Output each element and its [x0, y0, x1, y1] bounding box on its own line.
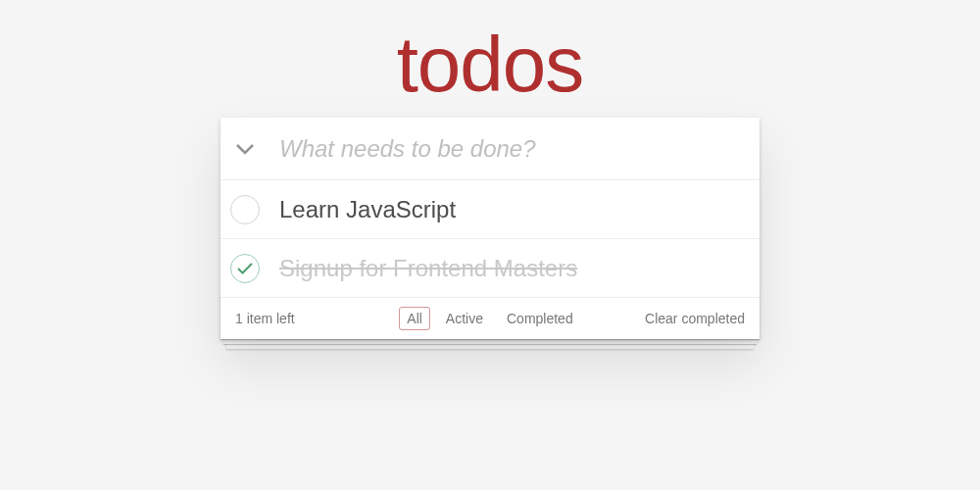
app-title: todos — [397, 20, 584, 110]
toggle-all-button[interactable] — [220, 143, 270, 155]
filter-active[interactable]: Active — [438, 307, 491, 330]
toggle-checkbox[interactable] — [220, 239, 270, 297]
todo-label[interactable]: Learn JavaScript — [270, 196, 760, 223]
filter-all[interactable]: All — [399, 307, 430, 330]
check-icon — [236, 262, 254, 275]
clear-completed-button[interactable]: Clear completed — [645, 311, 745, 326]
header — [220, 118, 760, 180]
items-left-count: 1 item left — [235, 311, 295, 326]
todo-app: Learn JavaScript Signup for Frontend Mas… — [220, 118, 760, 339]
todo-list: Learn JavaScript Signup for Frontend Mas… — [220, 180, 760, 298]
chevron-down-icon — [235, 143, 255, 155]
footer: 1 item left All Active Completed Clear c… — [220, 298, 760, 339]
todo-label[interactable]: Signup for Frontend Masters — [270, 255, 760, 282]
filter-completed[interactable]: Completed — [499, 307, 581, 330]
todo-item: Signup for Frontend Masters — [220, 239, 760, 298]
new-todo-input[interactable] — [270, 120, 760, 178]
toggle-checkbox[interactable] — [220, 180, 270, 238]
todo-item: Learn JavaScript — [220, 180, 760, 239]
